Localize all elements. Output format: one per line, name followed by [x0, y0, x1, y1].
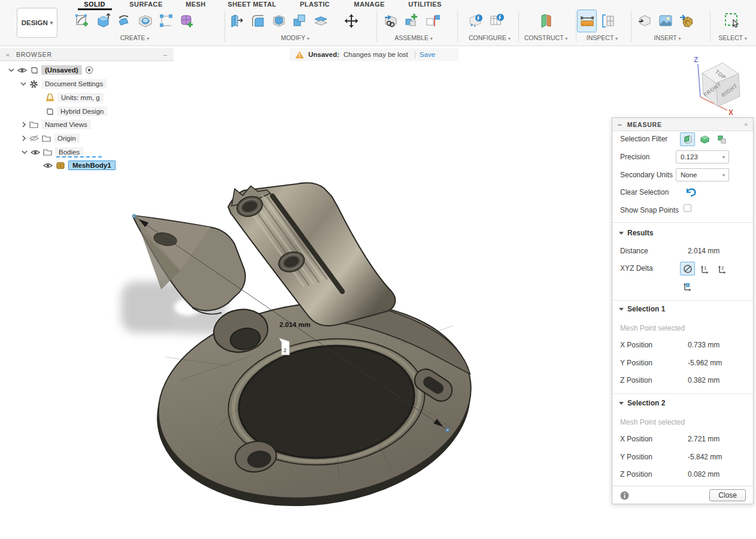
- delta-point2-button[interactable]: 2: [715, 262, 730, 275]
- tab-sheet-metal[interactable]: SHEET METAL: [227, 0, 276, 9]
- tree-row-document-settings[interactable]: Document Settings: [20, 78, 107, 90]
- tree-item-label[interactable]: Bodies: [55, 147, 83, 157]
- design-button-label: DESIGN: [22, 19, 48, 26]
- select-group-label[interactable]: SELECT ▾: [714, 34, 752, 41]
- inspect-group-label[interactable]: INSPECT ▾: [577, 34, 627, 41]
- fusion-window: SOLID SURFACE MESH SHEET METAL PLASTIC M…: [0, 0, 756, 539]
- eye-off-icon[interactable]: [29, 135, 39, 142]
- filter-component-button[interactable]: [715, 132, 730, 146]
- tab-mesh[interactable]: MESH: [186, 0, 205, 9]
- section-analysis-button[interactable]: [598, 10, 618, 32]
- results-section-header[interactable]: Results: [619, 229, 653, 237]
- info-icon[interactable]: [620, 491, 629, 500]
- filter-face-button[interactable]: [680, 132, 695, 146]
- tree-row-document[interactable]: (Unsaved): [8, 64, 93, 76]
- selection-point-2[interactable]: [446, 428, 450, 432]
- chevron-right-icon[interactable]: [22, 122, 26, 128]
- save-link[interactable]: Save: [420, 51, 435, 58]
- selection1-section-header[interactable]: Selection 1: [619, 305, 665, 313]
- browser-minimize-icon[interactable]: –: [163, 51, 168, 58]
- configuration-table-icon: [490, 13, 505, 29]
- chevron-down-icon[interactable]: [22, 150, 28, 155]
- tree-item-label[interactable]: Hybrid Design: [57, 107, 107, 116]
- offset-face-button[interactable]: [311, 10, 330, 32]
- activate-radio-icon[interactable]: [85, 66, 93, 74]
- browser-collapse-icon[interactable]: «: [6, 51, 10, 58]
- extrude-button[interactable]: [93, 10, 113, 32]
- insert-element-button[interactable]: [634, 10, 654, 32]
- insert-mesh-button[interactable]: [676, 10, 696, 32]
- measure-button[interactable]: [577, 10, 597, 32]
- tree-item-label[interactable]: Named Views: [41, 120, 91, 129]
- y-position-value: -5.962 mm: [688, 359, 722, 367]
- measure-dialog-header[interactable]: – MEASURE »: [612, 118, 753, 131]
- combine-icon: [292, 13, 308, 29]
- joint-button[interactable]: [423, 10, 442, 32]
- revolve-button[interactable]: [114, 10, 134, 32]
- create-sketch-button[interactable]: [72, 10, 92, 32]
- close-button[interactable]: Close: [709, 489, 746, 501]
- eye-icon[interactable]: [31, 149, 40, 156]
- configure-group-label[interactable]: CONFIGURE ▾: [466, 34, 513, 41]
- chevron-right-icon[interactable]: [22, 135, 26, 141]
- tab-surface[interactable]: SURFACE: [129, 0, 162, 9]
- x-position-label: X Position: [620, 435, 652, 443]
- create-sketch-icon: [75, 13, 90, 29]
- tree-item-label[interactable]: Origin: [54, 134, 80, 143]
- chevron-down-icon[interactable]: [8, 68, 14, 72]
- tree-item-label[interactable]: Document Settings: [41, 79, 107, 89]
- pattern-button[interactable]: [156, 10, 176, 32]
- insert-derive-button[interactable]: [381, 10, 400, 32]
- configuration-table-button[interactable]: [487, 10, 507, 32]
- document-name[interactable]: (Unsaved): [41, 65, 82, 75]
- secondary-units-dropdown[interactable]: None ▾: [676, 168, 729, 181]
- group-create: CREATE ▾: [72, 10, 197, 41]
- collapse-icon[interactable]: –: [618, 122, 622, 128]
- delta-none-button[interactable]: [680, 262, 695, 275]
- shell-button[interactable]: [269, 10, 289, 32]
- hole-button[interactable]: [135, 10, 155, 32]
- precision-dropdown[interactable]: 0.123 ▾: [676, 150, 729, 163]
- selection2-section-header[interactable]: Selection 2: [619, 399, 665, 407]
- selection-point-1[interactable]: [132, 214, 136, 218]
- select-button[interactable]: [723, 10, 743, 32]
- move-copy-button[interactable]: [341, 10, 361, 32]
- press-pull-button[interactable]: [227, 10, 247, 32]
- tab-plastic[interactable]: PLASTIC: [300, 0, 330, 9]
- assemble-group-label[interactable]: ASSEMBLE ▾: [381, 34, 447, 41]
- tab-manage[interactable]: MANAGE: [354, 0, 384, 9]
- tree-item-label[interactable]: Units: mm, g: [57, 93, 104, 102]
- delta-world-button[interactable]: [680, 279, 695, 293]
- tree-row-hybrid-design[interactable]: Hybrid Design: [45, 105, 107, 117]
- configuration-button[interactable]: [466, 10, 486, 32]
- filter-body-button[interactable]: [697, 132, 712, 146]
- construct-group-label[interactable]: CONSTRUCT ▾: [522, 34, 570, 41]
- create-group-label[interactable]: CREATE ▾: [72, 34, 197, 41]
- component-icon: [30, 66, 38, 74]
- view-cube[interactable]: Z X TOP FRONT RIGHT: [679, 54, 752, 119]
- eye-icon[interactable]: [17, 67, 27, 74]
- tree-row-named-views[interactable]: Named Views: [22, 119, 91, 131]
- clear-selection-icon[interactable]: [685, 187, 697, 197]
- overflow-icon[interactable]: »: [744, 121, 748, 128]
- group-separator: [576, 11, 576, 42]
- show-snap-points-checkbox[interactable]: [684, 204, 691, 212]
- chevron-down-icon[interactable]: [20, 81, 26, 86]
- tab-utilities[interactable]: UTILITIES: [408, 0, 442, 9]
- tree-row-origin[interactable]: Origin: [22, 132, 80, 144]
- design-workspace-button[interactable]: DESIGN ▾: [17, 8, 57, 38]
- mesh-body-model[interactable]: [133, 183, 482, 523]
- canvas-button[interactable]: [655, 10, 675, 32]
- tab-solid[interactable]: SOLID: [84, 0, 105, 9]
- eye-icon[interactable]: [43, 162, 53, 169]
- construction-plane-button[interactable]: [536, 10, 556, 32]
- combine-button[interactable]: [290, 10, 309, 32]
- create-form-button[interactable]: [177, 10, 197, 32]
- tree-row-units[interactable]: Units: mm, g: [45, 92, 104, 104]
- new-component-button[interactable]: [402, 10, 421, 32]
- model-viewport[interactable]: 2.014 mm 2: [90, 138, 563, 539]
- delta-point1-button[interactable]: 1: [697, 262, 712, 275]
- modify-group-label[interactable]: MODIFY ▾: [218, 34, 372, 41]
- fillet-button[interactable]: [248, 10, 268, 32]
- insert-group-label[interactable]: INSERT ▾: [634, 34, 700, 41]
